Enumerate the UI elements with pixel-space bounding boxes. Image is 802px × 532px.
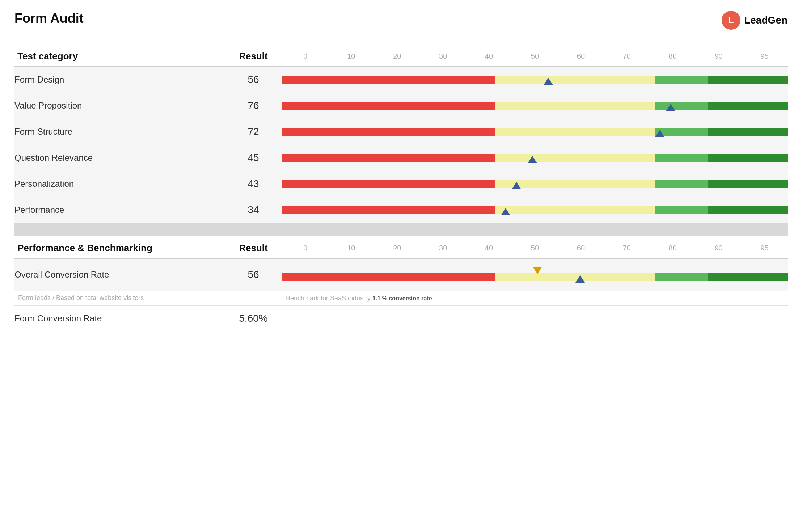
category-cell: Value Proposition	[14, 93, 224, 119]
scale-header-cell: 010203040506070809095	[282, 44, 788, 67]
result-cell: 72	[224, 119, 282, 145]
scale-header: 010203040506070809095	[282, 52, 788, 60]
score-marker-up	[575, 275, 585, 283]
benchmark-label: Benchmark for SaaS industry 1.1 % conver…	[282, 291, 788, 305]
category-cell: Form Structure	[14, 119, 224, 145]
bar-chart	[282, 100, 788, 112]
score-marker-up	[501, 208, 510, 215]
category-header: Performance & Benchmarking	[14, 236, 224, 258]
section-header-row: Test categoryResult010203040506070809095	[14, 44, 788, 67]
form-leads-label: Form leads / Based on total website visi…	[14, 291, 224, 305]
scale-header-cell: 010203040506070809095	[282, 236, 788, 258]
bar-chart	[282, 73, 788, 86]
bar-chart	[282, 126, 788, 138]
table-row: Question Relevance45	[14, 145, 788, 171]
brand: L LeadGen	[722, 11, 788, 30]
result-cell: 56	[224, 67, 282, 93]
score-marker-up	[512, 182, 521, 189]
result-cell: 56	[224, 258, 282, 291]
chart-cell	[282, 171, 788, 197]
category-header: Test category	[14, 44, 224, 67]
chart-cell	[282, 67, 788, 93]
table-row: Form Conversion Rate5.60%	[14, 305, 788, 332]
page-title: Form Audit	[14, 11, 84, 26]
bar-chart	[282, 204, 788, 216]
result-cell: 5.60%	[224, 305, 282, 332]
chart-cell	[282, 258, 788, 291]
result-header: Result	[224, 236, 282, 258]
score-marker-up	[655, 130, 664, 137]
category-cell: Form Design	[14, 67, 224, 93]
chart-cell	[282, 197, 788, 223]
bar-chart	[282, 152, 788, 164]
chart-cell-empty	[282, 305, 788, 332]
result-cell: 34	[224, 197, 282, 223]
category-cell: Overall Conversion Rate	[14, 258, 224, 291]
category-cell: Question Relevance	[14, 145, 224, 171]
sublabel-row: Form leads / Based on total website visi…	[14, 291, 788, 305]
chart-cell	[282, 119, 788, 145]
table-row: Value Proposition76	[14, 93, 788, 119]
category-cell: Performance	[14, 197, 224, 223]
scale-header: 010203040506070809095	[282, 244, 788, 252]
bar-chart	[282, 178, 788, 190]
table-row: Overall Conversion Rate56	[14, 258, 788, 291]
result-header: Result	[224, 44, 282, 67]
category-cell: Form Conversion Rate	[14, 305, 224, 332]
bar-chart-special	[282, 266, 788, 284]
table-row: Form Design56	[14, 67, 788, 93]
separator-row	[14, 223, 788, 236]
benchmark-marker-down	[533, 267, 542, 274]
chart-cell	[282, 145, 788, 171]
page-header: Form Audit L LeadGen	[14, 11, 788, 30]
brand-name: LeadGen	[744, 14, 788, 26]
category-cell: Personalization	[14, 171, 224, 197]
table-row: Form Structure72	[14, 119, 788, 145]
result-cell: 45	[224, 145, 282, 171]
result-cell: 76	[224, 93, 282, 119]
table-row: Personalization43	[14, 171, 788, 197]
brand-logo-icon: L	[722, 11, 740, 30]
chart-cell	[282, 93, 788, 119]
score-marker-up	[528, 156, 537, 163]
score-marker-up	[666, 104, 675, 111]
table-row: Performance34	[14, 197, 788, 223]
section-header-row: Performance & BenchmarkingResult01020304…	[14, 236, 788, 258]
score-marker-up	[544, 78, 553, 85]
audit-table: Test categoryResult010203040506070809095…	[14, 44, 788, 332]
result-cell: 43	[224, 171, 282, 197]
